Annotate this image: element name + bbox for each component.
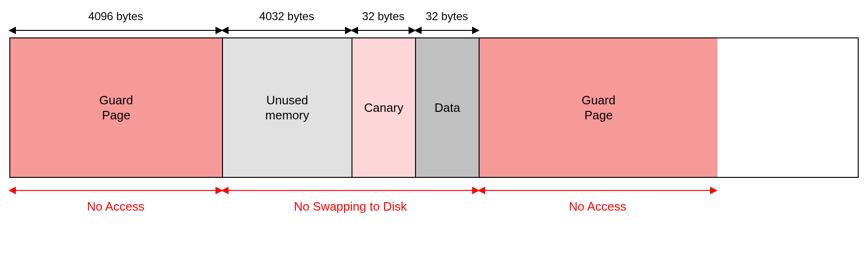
arrow-no-swapping <box>222 190 479 191</box>
label-no-access-right: No Access <box>479 199 717 214</box>
arrow-guard-left <box>9 30 222 31</box>
cell-unused-memory: Unused memory <box>223 38 352 177</box>
bottom-arrows-row <box>9 183 859 198</box>
memory-layout-diagram: 4096 bytes 4032 bytes 32 bytes 32 bytes … <box>9 9 859 214</box>
size-label-guard-left: 4096 bytes <box>9 9 222 23</box>
top-size-labels-row: 4096 bytes 4032 bytes 32 bytes 32 bytes <box>9 9 859 23</box>
arrow-data <box>415 30 479 31</box>
size-label-data: 32 bytes <box>415 9 479 23</box>
cell-data: Data <box>416 38 480 177</box>
arrow-no-access-left <box>9 190 222 191</box>
bottom-labels-row: No Access No Swapping to Disk No Access <box>9 199 859 214</box>
arrow-no-access-right <box>479 190 717 191</box>
size-label-canary: 32 bytes <box>352 9 415 23</box>
top-arrows-row <box>9 23 859 37</box>
memory-boxes: Guard Page Unused memory Canary Data Gua… <box>9 37 859 178</box>
arrow-unused <box>222 30 352 31</box>
cell-canary: Canary <box>352 38 416 177</box>
label-no-swapping: No Swapping to Disk <box>222 199 479 214</box>
cell-guard-page-right: Guard Page <box>480 38 717 177</box>
arrow-canary <box>352 30 415 31</box>
size-label-unused: 4032 bytes <box>222 9 352 23</box>
label-no-access-left: No Access <box>9 199 222 214</box>
cell-guard-page-left: Guard Page <box>10 38 223 177</box>
